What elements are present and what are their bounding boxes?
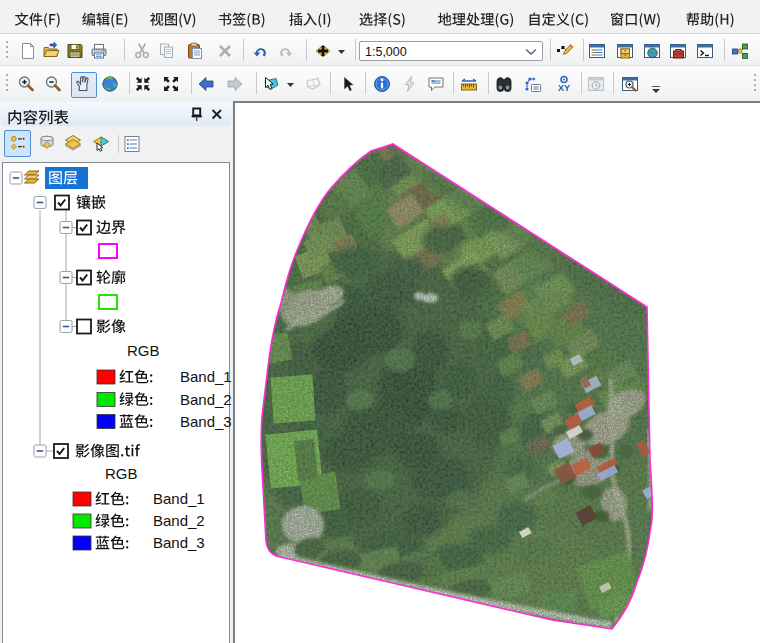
svg-text:RGB: RGB [127, 342, 160, 359]
svg-text:Band_1: Band_1 [153, 490, 205, 507]
svg-text:RGB: RGB [105, 465, 138, 482]
svg-text:Band_2: Band_2 [153, 512, 205, 529]
svg-text:XY: XY [558, 83, 570, 93]
svg-text:Band_3: Band_3 [180, 413, 232, 430]
svg-text:Band_2: Band_2 [180, 391, 232, 408]
svg-text:Band_3: Band_3 [153, 534, 205, 551]
svg-text:Band_1: Band_1 [180, 368, 232, 385]
